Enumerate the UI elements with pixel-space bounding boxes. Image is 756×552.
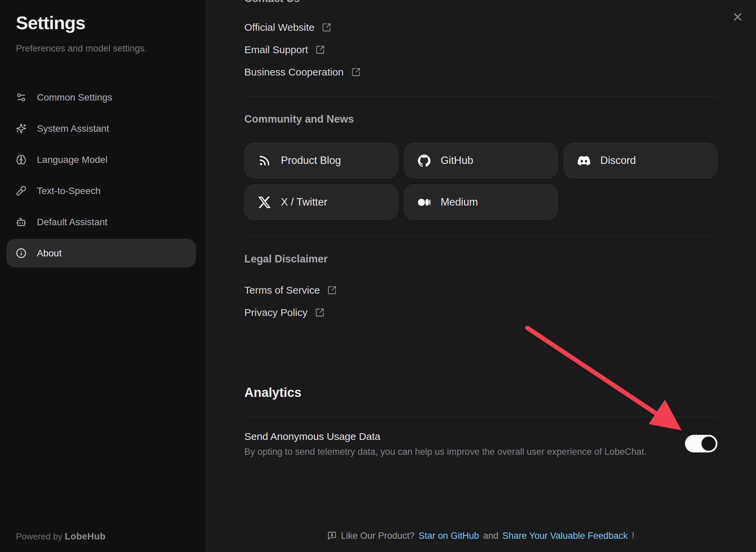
github-button[interactable]: GitHub xyxy=(404,143,558,178)
grid-empty-cell xyxy=(564,185,717,220)
github-icon xyxy=(418,154,430,167)
sparkles-icon xyxy=(16,123,26,134)
powered-by: Powered by LobeHub xyxy=(16,531,106,542)
feedback-bubble-icon xyxy=(327,531,337,540)
external-link-icon xyxy=(315,308,325,317)
page-subtitle: Preferences and model settings. xyxy=(16,43,147,54)
usage-data-toggle[interactable] xyxy=(685,435,717,452)
setting-title: Send Anonymous Usage Data xyxy=(244,429,647,444)
star-on-github-link[interactable]: Star on GitHub xyxy=(419,531,479,541)
external-link-icon xyxy=(351,67,361,77)
sidebar-item-system-assistant[interactable]: System Assistant xyxy=(6,114,196,143)
sidebar-menu: Common Settings System Assistant Languag… xyxy=(6,83,196,270)
sidebar-item-label: System Assistant xyxy=(37,123,109,134)
community-buttons: Product Blog GitHub Discord X / Twitter … xyxy=(244,143,717,220)
sidebar-item-about[interactable]: About xyxy=(6,239,196,268)
legal-heading: Legal Disclaimer xyxy=(244,252,717,267)
medium-icon xyxy=(418,196,430,209)
toggle-knob xyxy=(702,437,716,451)
medium-button[interactable]: Medium xyxy=(404,185,558,220)
section-divider xyxy=(244,417,717,417)
terms-of-service-link[interactable]: Terms of Service xyxy=(244,279,337,301)
sidebar-item-label: Default Assistant xyxy=(37,217,108,228)
sidebar-item-label: Text-to-Speech xyxy=(37,186,101,196)
product-blog-button[interactable]: Product Blog xyxy=(244,143,398,178)
bot-icon xyxy=(16,217,26,227)
discord-button[interactable]: Discord xyxy=(564,143,717,178)
sidebar-item-label: Language Model xyxy=(37,154,108,165)
setting-description: By opting to send telemetry data, you ca… xyxy=(244,445,647,458)
share-feedback-link[interactable]: Share Your Valuable Feedback xyxy=(503,531,628,541)
footer-prefix: Like Our Product? xyxy=(341,531,415,541)
community-heading: Community and News xyxy=(244,112,717,127)
section-divider xyxy=(244,236,717,237)
discord-icon xyxy=(578,154,590,167)
analytics-setting-text: Send Anonymous Usage Data By opting to s… xyxy=(244,429,647,458)
close-icon xyxy=(732,11,744,23)
footer-suffix: ! xyxy=(632,531,635,541)
lobehub-brand[interactable]: LobeHub xyxy=(65,531,106,542)
x-twitter-icon xyxy=(258,196,271,209)
external-link-icon xyxy=(327,285,337,295)
sidebar-item-text-to-speech[interactable]: Text-to-Speech xyxy=(6,176,196,205)
rss-icon xyxy=(258,154,271,167)
sidebar: Settings Preferences and model settings.… xyxy=(0,0,206,552)
contact-us-heading-clipped: Contact Us xyxy=(244,0,717,5)
external-link-icon xyxy=(322,23,331,32)
about-panel: Contact Us Official Website Email Suppor… xyxy=(206,0,756,552)
email-support-link[interactable]: Email Support xyxy=(244,39,325,61)
official-website-link[interactable]: Official Website xyxy=(244,16,331,39)
footer: Like Our Product? Star on GitHub and Sha… xyxy=(244,528,717,543)
analytics-setting-row: Send Anonymous Usage Data By opting to s… xyxy=(244,429,717,458)
sidebar-item-language-model[interactable]: Language Model xyxy=(6,145,196,174)
external-link-icon xyxy=(315,45,325,55)
info-icon xyxy=(16,248,26,258)
sidebar-item-default-assistant[interactable]: Default Assistant xyxy=(6,208,196,236)
close-button[interactable] xyxy=(730,9,745,24)
analytics-heading: Analytics xyxy=(244,384,717,401)
section-divider xyxy=(244,97,717,97)
footer-middle: and xyxy=(483,531,498,541)
sliders-icon xyxy=(16,92,26,103)
settings-page: Settings Preferences and model settings.… xyxy=(0,0,756,552)
sidebar-item-label: About xyxy=(37,248,62,259)
x-twitter-button[interactable]: X / Twitter xyxy=(244,185,398,220)
brain-icon xyxy=(16,154,26,165)
page-title: Settings xyxy=(16,12,85,33)
business-cooperation-link[interactable]: Business Cooperation xyxy=(244,61,361,83)
mic-icon xyxy=(16,186,26,196)
sidebar-item-common-settings[interactable]: Common Settings xyxy=(6,83,196,112)
privacy-policy-link[interactable]: Privacy Policy xyxy=(244,301,325,324)
sidebar-item-label: Common Settings xyxy=(37,92,112,103)
